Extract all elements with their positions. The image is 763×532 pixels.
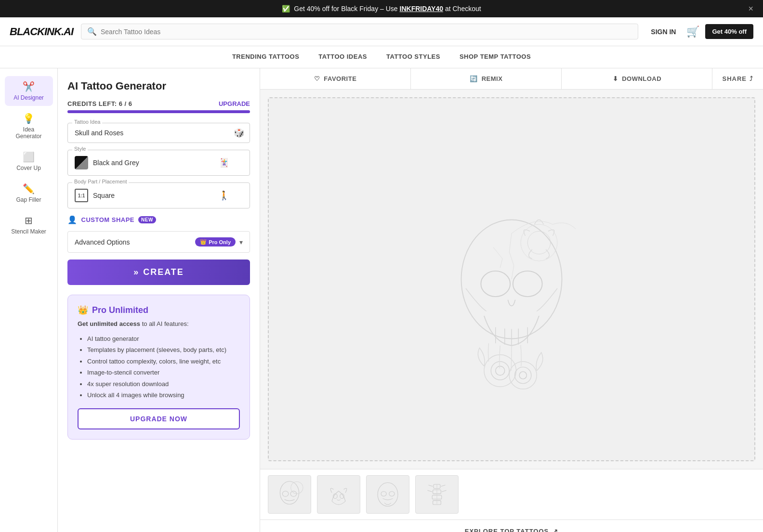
- create-button[interactable]: » CREATE: [67, 260, 250, 285]
- sidebar: ✂️ AI Designer 💡 Idea Generator ⬜ Cover …: [0, 68, 58, 532]
- checkmark-icon: ✅: [282, 5, 290, 13]
- pro-card-subtitle: Get unlimited access to all AI features:: [78, 320, 240, 327]
- search-input[interactable]: [101, 28, 632, 36]
- explore-arrow-icon: ↗: [553, 528, 558, 532]
- advanced-options-row[interactable]: Advanced Options 👑 Pro Only ▾: [67, 231, 250, 253]
- nav-item-ideas[interactable]: TATTOO IDEAS: [316, 46, 369, 68]
- list-item: 4x super resolution download: [87, 378, 240, 389]
- main-layout: ✂️ AI Designer 💡 Idea Generator ⬜ Cover …: [0, 68, 763, 532]
- sidebar-label-cover-up: Cover Up: [16, 165, 41, 171]
- thumbnail-3[interactable]: [366, 475, 409, 514]
- remix-button[interactable]: 🔄 REMIX: [411, 68, 562, 89]
- promo-code[interactable]: INKFRIDAY40: [400, 5, 444, 13]
- style-selector[interactable]: Black and Grey 🃏: [67, 150, 250, 176]
- thumbnail-2[interactable]: [317, 475, 360, 514]
- nav: TRENDING TATTOOS TATTOO IDEAS TATTOO STY…: [0, 46, 763, 68]
- sidebar-item-idea-generator[interactable]: 💡 Idea Generator: [5, 108, 53, 144]
- share-button[interactable]: SHARE ⤴: [712, 68, 763, 89]
- tattoo-image: [420, 188, 603, 371]
- list-item: Templates by placement (sleeves, body pa…: [87, 344, 240, 355]
- custom-shape-icon: 👤: [67, 215, 78, 224]
- placement-icon: 1:1: [75, 189, 88, 202]
- svg-point-10: [496, 366, 505, 376]
- svg-point-9: [491, 362, 509, 380]
- upgrade-link[interactable]: UPGRADE: [219, 100, 250, 107]
- download-button[interactable]: ⬇ DOWNLOAD: [562, 68, 712, 89]
- svg-point-23: [381, 492, 386, 496]
- create-label: CREATE: [143, 267, 184, 277]
- favorite-button[interactable]: ♡ FAVORITE: [260, 68, 411, 89]
- sign-in-button[interactable]: SIGN IN: [646, 25, 681, 39]
- pro-features-list: AI tattoo generator Templates by placeme…: [78, 333, 240, 401]
- custom-shape-label: CUSTOM SHAPE: [81, 216, 135, 223]
- pro-card: 👑 Pro Unlimited Get unlimited access to …: [67, 295, 250, 440]
- page-title: AI Tattoo Generator: [67, 80, 250, 92]
- sidebar-item-cover-up[interactable]: ⬜ Cover Up: [5, 146, 53, 176]
- sidebar-item-stencil-maker[interactable]: ⊞ Stencil Maker: [5, 210, 53, 240]
- header: BLACKINK.AI 🔍 SIGN IN 🛒 Get 40% off: [0, 17, 763, 46]
- svg-point-17: [282, 491, 289, 496]
- tattoo-idea-label: Tattoo Idea: [72, 119, 102, 125]
- style-value: Black and Grey: [93, 159, 139, 167]
- lightbulb-icon: 💡: [23, 113, 35, 124]
- share-icon: ⤴: [750, 75, 753, 82]
- credits-label: CREDITS LEFT: 6 / 6: [67, 100, 132, 107]
- svg-point-19: [291, 481, 303, 493]
- svg-line-31: [441, 485, 445, 486]
- sidebar-item-ai-designer[interactable]: ✂️ AI Designer: [5, 76, 53, 106]
- get-off-button[interactable]: Get 40% off: [705, 24, 753, 39]
- list-item: Control tattoo complexity, colors, line …: [87, 356, 240, 367]
- nav-item-styles[interactable]: TATTOO STYLES: [384, 46, 442, 68]
- style-icon: 🃏: [219, 157, 229, 168]
- list-item: Unlock all 4 images while browsing: [87, 389, 240, 401]
- style-field: Style Black and Grey 🃏: [67, 150, 250, 176]
- remix-icon: 🔄: [470, 75, 478, 82]
- chevron-down-icon: ▾: [239, 238, 243, 246]
- advanced-options-label: Advanced Options: [75, 238, 130, 246]
- credits-row: CREDITS LEFT: 6 / 6 UPGRADE: [67, 100, 250, 107]
- remix-label: REMIX: [482, 75, 503, 82]
- svg-point-13: [519, 372, 526, 379]
- content: AI Tattoo Generator CREDITS LEFT: 6 / 6 …: [58, 68, 763, 532]
- thumbnail-4[interactable]: [415, 475, 459, 514]
- placement-selector[interactable]: 1:1 Square 🚶: [67, 182, 250, 208]
- svg-line-30: [429, 485, 433, 486]
- svg-point-6: [481, 271, 510, 297]
- thumbnail-1[interactable]: [268, 475, 311, 514]
- logo[interactable]: BLACKINK.AI: [10, 26, 73, 38]
- nav-item-trending[interactable]: TRENDING TATTOOS: [230, 46, 301, 68]
- svg-point-24: [389, 492, 395, 496]
- nav-item-shop[interactable]: SHOP TEMP TATTOOS: [458, 46, 533, 68]
- sidebar-label-stencil-maker: Stencil Maker: [11, 228, 46, 235]
- svg-line-32: [427, 491, 432, 492]
- pro-only-label: Pro Only: [209, 239, 231, 245]
- upgrade-now-button[interactable]: UPGRADE NOW: [78, 408, 240, 429]
- pro-card-title: 👑 Pro Unlimited: [78, 305, 240, 315]
- placement-field: Body Part / Placement 1:1 Square 🚶: [67, 182, 250, 208]
- right-panel: ♡ FAVORITE 🔄 REMIX ⬇ DOWNLOAD SHARE ⤴: [260, 68, 763, 532]
- svg-point-12: [515, 367, 531, 383]
- custom-shape-row[interactable]: 👤 CUSTOM SHAPE NEW: [67, 215, 250, 224]
- search-bar[interactable]: 🔍: [81, 24, 638, 39]
- cart-icon[interactable]: 🛒: [686, 26, 699, 38]
- sidebar-item-gap-filler[interactable]: ✏️ Gap Filler: [5, 178, 53, 208]
- close-icon[interactable]: ×: [748, 4, 753, 14]
- svg-line-33: [442, 491, 447, 492]
- credits-bar-background: [67, 110, 250, 113]
- left-panel: AI Tattoo Generator CREDITS LEFT: 6 / 6 …: [58, 68, 260, 532]
- placement-person-icon: 🚶: [219, 190, 229, 201]
- pro-crown-icon: 👑: [78, 305, 88, 315]
- list-item: Image-to-stencil converter: [87, 367, 240, 378]
- credits-bar-fill: [67, 110, 250, 113]
- svg-point-11: [509, 362, 537, 389]
- advanced-right: 👑 Pro Only ▾: [195, 237, 243, 247]
- tattoo-idea-input[interactable]: [67, 123, 250, 143]
- pro-badge: 👑 Pro Only: [195, 237, 236, 247]
- create-icon: »: [133, 267, 139, 277]
- pen-icon: ✏️: [23, 183, 35, 195]
- promo-banner: ✅ Get 40% off for Black Friday – Use INK…: [0, 0, 763, 17]
- svg-point-22: [378, 483, 398, 506]
- placement-value: Square: [93, 192, 115, 199]
- share-label: SHARE: [722, 75, 747, 82]
- explore-footer[interactable]: EXPLORE TOP TATTOOS ↗: [260, 519, 763, 532]
